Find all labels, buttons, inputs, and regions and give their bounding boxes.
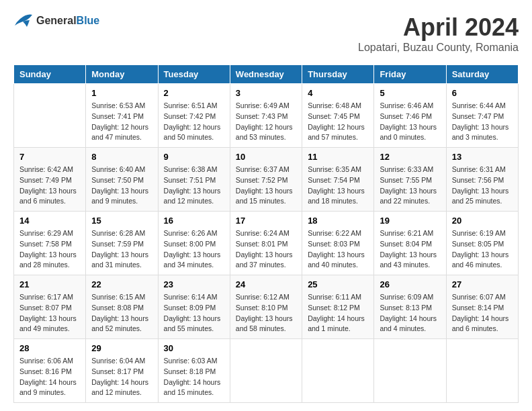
day-number: 26 (380, 279, 440, 289)
day-info: Sunrise: 6:33 AMSunset: 7:55 PMDaylight:… (380, 165, 440, 207)
daylight-hours: Daylight: 13 hours and 18 minutes. (308, 186, 368, 208)
sunset-time: Sunset: 8:03 PM (308, 239, 368, 250)
day-number: 9 (164, 152, 224, 162)
calendar-cell: 11Sunrise: 6:35 AMSunset: 7:54 PMDayligh… (302, 148, 374, 212)
week-row-4: 21Sunrise: 6:17 AMSunset: 8:07 PMDayligh… (14, 275, 519, 339)
day-info: Sunrise: 6:03 AMSunset: 8:18 PMDaylight:… (164, 356, 224, 398)
daylight-hours: Daylight: 14 hours and 1 minute. (308, 314, 368, 335)
day-number: 19 (380, 216, 440, 226)
day-number: 24 (236, 279, 296, 289)
sunrise-time: Sunrise: 6:26 AM (164, 228, 224, 239)
calendar-cell: 10Sunrise: 6:37 AMSunset: 7:52 PMDayligh… (230, 148, 302, 212)
day-number: 2 (164, 88, 224, 98)
sunrise-time: Sunrise: 6:21 AM (380, 228, 440, 239)
calendar-cell: 3Sunrise: 6:49 AMSunset: 7:43 PMDaylight… (230, 84, 302, 148)
sunset-time: Sunset: 7:46 PM (380, 111, 440, 122)
calendar-cell: 27Sunrise: 6:07 AMSunset: 8:14 PMDayligh… (446, 275, 518, 339)
calendar-cell (446, 339, 518, 403)
sunset-time: Sunset: 7:58 PM (19, 239, 80, 250)
day-info: Sunrise: 6:29 AMSunset: 7:58 PMDaylight:… (19, 228, 80, 271)
sunset-time: Sunset: 7:41 PM (91, 111, 152, 122)
sunrise-time: Sunrise: 6:49 AM (236, 101, 296, 111)
sunrise-time: Sunrise: 6:24 AM (236, 228, 296, 239)
daylight-hours: Daylight: 13 hours and 37 minutes. (236, 250, 296, 271)
day-number: 12 (380, 152, 440, 162)
daylight-hours: Daylight: 12 hours and 57 minutes. (308, 122, 368, 144)
sunset-time: Sunset: 7:49 PM (19, 175, 80, 186)
day-info: Sunrise: 6:42 AMSunset: 7:49 PMDaylight:… (19, 165, 80, 207)
calendar-cell: 16Sunrise: 6:26 AMSunset: 8:00 PMDayligh… (158, 212, 230, 275)
calendar-table: SundayMondayTuesdayWednesdayThursdayFrid… (13, 64, 519, 403)
sunrise-time: Sunrise: 6:15 AM (91, 292, 152, 303)
day-info: Sunrise: 6:37 AMSunset: 7:52 PMDaylight:… (236, 165, 296, 207)
sunset-time: Sunset: 8:05 PM (452, 239, 513, 250)
daylight-hours: Daylight: 13 hours and 6 minutes. (19, 186, 80, 208)
day-number: 30 (164, 343, 224, 353)
day-info: Sunrise: 6:09 AMSunset: 8:13 PMDaylight:… (380, 292, 440, 334)
daylight-hours: Daylight: 12 hours and 47 minutes. (91, 122, 152, 144)
sunset-time: Sunset: 8:17 PM (91, 367, 152, 377)
daylight-hours: Daylight: 13 hours and 46 minutes. (452, 250, 513, 271)
day-number: 6 (452, 88, 513, 98)
daylight-hours: Daylight: 13 hours and 49 minutes. (19, 314, 80, 335)
calendar-cell: 29Sunrise: 6:04 AMSunset: 8:17 PMDayligh… (86, 339, 158, 403)
calendar-cell: 6Sunrise: 6:44 AMSunset: 7:47 PMDaylight… (446, 84, 518, 148)
day-number: 3 (236, 88, 296, 98)
calendar-cell: 24Sunrise: 6:12 AMSunset: 8:10 PMDayligh… (230, 275, 302, 339)
calendar-cell: 28Sunrise: 6:06 AMSunset: 8:16 PMDayligh… (14, 339, 86, 403)
day-number: 1 (91, 88, 152, 98)
day-info: Sunrise: 6:44 AMSunset: 7:47 PMDaylight:… (452, 101, 513, 143)
day-number: 10 (236, 152, 296, 162)
calendar-cell (374, 339, 446, 403)
weekday-header-monday: Monday (86, 65, 158, 84)
sunset-time: Sunset: 7:45 PM (308, 111, 368, 122)
subtitle: Lopatari, Buzau County, Romania (358, 42, 519, 54)
weekday-header-tuesday: Tuesday (158, 65, 230, 84)
sunset-time: Sunset: 7:56 PM (452, 175, 513, 186)
daylight-hours: Daylight: 13 hours and 12 minutes. (164, 186, 224, 208)
day-info: Sunrise: 6:31 AMSunset: 7:56 PMDaylight:… (452, 165, 513, 207)
sunset-time: Sunset: 7:52 PM (236, 175, 296, 186)
day-info: Sunrise: 6:40 AMSunset: 7:50 PMDaylight:… (91, 165, 152, 207)
day-info: Sunrise: 6:17 AMSunset: 8:07 PMDaylight:… (19, 292, 80, 334)
day-info: Sunrise: 6:12 AMSunset: 8:10 PMDaylight:… (236, 292, 296, 334)
daylight-hours: Daylight: 14 hours and 6 minutes. (452, 314, 513, 335)
calendar-cell: 8Sunrise: 6:40 AMSunset: 7:50 PMDaylight… (86, 148, 158, 212)
calendar-cell: 30Sunrise: 6:03 AMSunset: 8:18 PMDayligh… (158, 339, 230, 403)
page-header: GeneralBlue April 2024 Lopatari, Buzau C… (13, 13, 519, 54)
day-number: 7 (19, 152, 80, 162)
sunrise-time: Sunrise: 6:38 AM (164, 165, 224, 175)
daylight-hours: Daylight: 13 hours and 43 minutes. (380, 250, 440, 271)
daylight-hours: Daylight: 12 hours and 50 minutes. (164, 122, 224, 144)
sunrise-time: Sunrise: 6:31 AM (452, 165, 513, 175)
day-info: Sunrise: 6:38 AMSunset: 7:51 PMDaylight:… (164, 165, 224, 207)
main-title: April 2024 (358, 13, 519, 42)
logo-general-text: General (36, 15, 77, 26)
sunset-time: Sunset: 7:47 PM (452, 111, 513, 122)
calendar-cell: 26Sunrise: 6:09 AMSunset: 8:13 PMDayligh… (374, 275, 446, 339)
sunrise-time: Sunrise: 6:03 AM (164, 356, 224, 367)
weekday-header-saturday: Saturday (446, 65, 518, 84)
day-number: 21 (19, 279, 80, 289)
daylight-hours: Daylight: 13 hours and 25 minutes. (452, 186, 513, 208)
day-info: Sunrise: 6:26 AMSunset: 8:00 PMDaylight:… (164, 228, 224, 271)
calendar-header: SundayMondayTuesdayWednesdayThursdayFrid… (14, 65, 519, 84)
logo-blue-text: Blue (77, 15, 100, 26)
calendar-cell: 5Sunrise: 6:46 AMSunset: 7:46 PMDaylight… (374, 84, 446, 148)
sunset-time: Sunset: 7:54 PM (308, 175, 368, 186)
day-number: 4 (308, 88, 368, 98)
calendar-cell: 21Sunrise: 6:17 AMSunset: 8:07 PMDayligh… (14, 275, 86, 339)
day-info: Sunrise: 6:14 AMSunset: 8:09 PMDaylight:… (164, 292, 224, 334)
calendar-cell: 19Sunrise: 6:21 AMSunset: 8:04 PMDayligh… (374, 212, 446, 275)
sunset-time: Sunset: 8:10 PM (236, 303, 296, 314)
sunset-time: Sunset: 8:12 PM (308, 303, 368, 314)
day-number: 20 (452, 216, 513, 226)
day-number: 29 (91, 343, 152, 353)
daylight-hours: Daylight: 13 hours and 52 minutes. (91, 314, 152, 335)
sunrise-time: Sunrise: 6:11 AM (308, 292, 368, 303)
calendar-cell: 22Sunrise: 6:15 AMSunset: 8:08 PMDayligh… (86, 275, 158, 339)
sunrise-time: Sunrise: 6:28 AM (91, 228, 152, 239)
daylight-hours: Daylight: 13 hours and 34 minutes. (164, 250, 224, 271)
daylight-hours: Daylight: 14 hours and 9 minutes. (19, 377, 80, 399)
calendar-cell: 9Sunrise: 6:38 AMSunset: 7:51 PMDaylight… (158, 148, 230, 212)
